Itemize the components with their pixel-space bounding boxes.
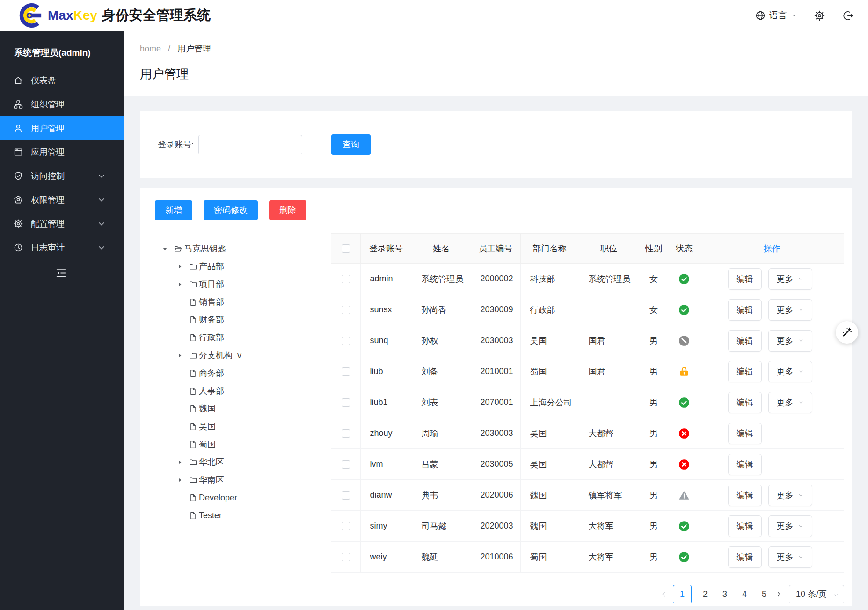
sidebar-item-shield[interactable]: 访问控制 (0, 164, 124, 188)
tree-item[interactable]: 蜀国 (140, 435, 320, 453)
row-checkbox[interactable] (342, 367, 350, 376)
next-page-button[interactable] (774, 589, 784, 599)
change-password-button[interactable]: 密码修改 (204, 200, 258, 220)
tree-item[interactable]: 吴国 (140, 418, 320, 435)
tree-item[interactable]: 行政部 (140, 329, 320, 346)
more-button[interactable]: 更多 (768, 330, 812, 352)
edit-button[interactable]: 编辑 (728, 546, 762, 568)
tree-item[interactable]: 财务部 (140, 311, 320, 329)
cell-login: liub1 (360, 387, 412, 418)
caret-right-icon[interactable] (176, 458, 184, 466)
cell-name: 刘备 (412, 356, 471, 387)
delete-button[interactable]: 删除 (269, 200, 306, 220)
cell-gender: 男 (639, 418, 669, 449)
sidebar-item-clock[interactable]: 日志审计 (0, 235, 124, 259)
row-actions: 编辑 (728, 454, 845, 475)
tree-item[interactable]: 项目部 (140, 275, 320, 293)
tree-item[interactable]: 分支机构_v (140, 346, 320, 364)
more-button[interactable]: 更多 (768, 299, 812, 321)
sidebar-item-user[interactable]: 用户管理 (0, 116, 124, 140)
breadcrumb-home-link[interactable]: home (140, 44, 161, 54)
query-button[interactable]: 查询 (331, 134, 371, 155)
more-button[interactable]: 更多 (768, 268, 812, 290)
select-all-checkbox[interactable] (342, 244, 350, 253)
chevron-down-icon (798, 492, 804, 498)
tree-item[interactable]: 马克思钥匙 (140, 240, 320, 257)
logout-button[interactable] (842, 10, 854, 22)
page-size-label: 10 条/页 (796, 588, 827, 600)
add-button[interactable]: 新增 (155, 200, 192, 220)
cell-position: 大将军 (579, 511, 639, 542)
prev-page-button[interactable] (659, 589, 669, 599)
user-icon (13, 123, 23, 133)
edit-button[interactable]: 编辑 (728, 515, 762, 537)
row-checkbox[interactable] (342, 553, 350, 561)
tree-item-label: 华北区 (199, 456, 224, 468)
more-button[interactable]: 更多 (768, 515, 812, 537)
tree-item[interactable]: 销售部 (140, 293, 320, 311)
table-row: admin系统管理员2000002科技部系统管理员女编辑更多 (331, 264, 844, 294)
sidebar-item-badge[interactable]: 权限管理 (0, 188, 124, 212)
table-row: simy司马懿2020003魏国大将军男编辑更多 (331, 511, 844, 542)
caret-right-icon[interactable] (176, 352, 184, 359)
tree-item[interactable]: 华南区 (140, 471, 320, 489)
tree-item-label: 吴国 (199, 421, 216, 432)
caret-right-icon[interactable] (176, 476, 184, 484)
menu-fold-button[interactable] (0, 259, 124, 281)
brand[interactable]: MaxKey身份安全管理系统 (18, 3, 211, 28)
cell-employee-no: 2070001 (471, 387, 520, 418)
floating-widget-button[interactable] (836, 321, 858, 344)
tree-item[interactable]: 华北区 (140, 453, 320, 471)
page-3-button[interactable]: 3 (720, 589, 729, 599)
row-checkbox[interactable] (342, 337, 350, 345)
sidebar-item-dashboard[interactable]: 仪表盘 (0, 68, 124, 92)
row-checkbox[interactable] (342, 491, 350, 500)
more-button[interactable]: 更多 (768, 485, 812, 506)
tree-item[interactable]: 魏国 (140, 400, 320, 418)
row-checkbox[interactable] (342, 522, 350, 530)
breadcrumb: home / 用户管理 (140, 43, 868, 54)
row-checkbox[interactable] (342, 460, 350, 469)
edit-button[interactable]: 编辑 (728, 454, 762, 475)
cell-department: 吴国 (520, 449, 579, 480)
caret-right-icon[interactable] (176, 263, 184, 270)
edit-button[interactable]: 编辑 (728, 485, 762, 506)
row-checkbox[interactable] (342, 429, 350, 438)
more-button[interactable]: 更多 (768, 392, 812, 413)
row-checkbox[interactable] (342, 306, 350, 314)
tree-item[interactable]: 产品部 (140, 257, 320, 275)
chevron-down-icon (798, 307, 804, 313)
page-2-button[interactable]: 2 (700, 589, 710, 599)
page-5-button[interactable]: 5 (759, 589, 769, 599)
tree-item[interactable]: Tester (140, 507, 320, 524)
row-checkbox[interactable] (342, 275, 350, 283)
page-size-select[interactable]: 10 条/页 (789, 585, 844, 603)
edit-button[interactable]: 编辑 (728, 392, 762, 413)
tree-item[interactable]: Developer (140, 489, 320, 507)
edit-button[interactable]: 编辑 (728, 330, 762, 352)
edit-button[interactable]: 编辑 (728, 361, 762, 382)
sidebar-user-title: 系统管理员(admin) (0, 31, 124, 68)
edit-button[interactable]: 编辑 (728, 423, 762, 444)
cell-position: 大都督 (579, 418, 639, 449)
sidebar-item-org[interactable]: 组织管理 (0, 92, 124, 116)
more-button[interactable]: 更多 (768, 546, 812, 568)
cell-position: 大都督 (579, 449, 639, 480)
login-account-input[interactable] (198, 135, 302, 154)
sidebar-item-gear[interactable]: 配置管理 (0, 212, 124, 235)
settings-button[interactable] (814, 10, 825, 22)
language-menu[interactable]: 语言 (755, 9, 797, 22)
tree-item[interactable]: 人事部 (140, 382, 320, 400)
cell-position: 国君 (579, 325, 639, 356)
caret-right-icon[interactable] (176, 280, 184, 288)
user-panel: 新增 密码修改 删除 马克思钥匙产品部项目部销售部财务部行政部分支机构_v商务部… (140, 188, 852, 606)
edit-button[interactable]: 编辑 (728, 299, 762, 321)
tree-item[interactable]: 商务部 (140, 364, 320, 382)
more-button[interactable]: 更多 (768, 361, 812, 382)
page-4-button[interactable]: 4 (740, 589, 749, 599)
row-checkbox[interactable] (342, 398, 350, 407)
page-1-button[interactable]: 1 (673, 585, 692, 603)
sidebar-item-app[interactable]: 应用管理 (0, 140, 124, 164)
edit-button[interactable]: 编辑 (728, 268, 762, 290)
caret-down-icon[interactable] (161, 245, 169, 252)
